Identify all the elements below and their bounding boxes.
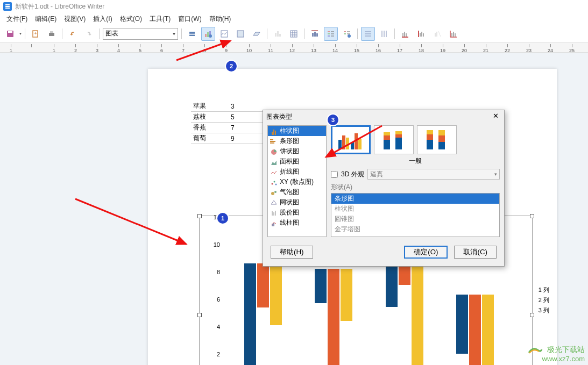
chart-area-button[interactable] xyxy=(217,27,231,41)
svg-rect-54 xyxy=(395,134,402,138)
legend-onoff-button[interactable] xyxy=(324,27,338,41)
subtype-normal[interactable] xyxy=(331,125,371,154)
shape-list[interactable]: 条形图 柱状图 圆锥图 金字塔图 xyxy=(331,193,500,237)
type-item-bubble[interactable]: 气泡图 xyxy=(268,187,326,197)
menu-file[interactable]: 文件(F) xyxy=(3,13,31,25)
svg-rect-34 xyxy=(453,32,454,37)
cancel-button[interactable]: 取消(C) xyxy=(454,246,497,259)
svg-rect-11 xyxy=(275,33,277,37)
svg-rect-28 xyxy=(420,33,421,37)
shape-item-bar[interactable]: 条形图 xyxy=(331,194,499,204)
annotation-badge-3: 3 xyxy=(328,114,338,125)
checkbox-3d[interactable] xyxy=(331,171,338,178)
chart-type-list[interactable]: 柱状图 条形图 饼状图 面积图 折线图 XY (散点图) 气泡图 网状图 股价图… xyxy=(267,125,327,237)
svg-rect-51 xyxy=(384,135,390,140)
undo-button[interactable] xyxy=(66,27,80,41)
svg-rect-49 xyxy=(358,139,362,149)
svg-rect-44 xyxy=(338,140,342,149)
close-button[interactable]: ✕ xyxy=(490,112,501,121)
type-item-xy[interactable]: XY (散点图) xyxy=(268,177,326,187)
menu-tools[interactable]: 工具(T) xyxy=(146,13,174,25)
svg-rect-15 xyxy=(312,33,314,37)
type-item-combo[interactable]: 线柱图 xyxy=(268,218,326,228)
svg-rect-14 xyxy=(291,31,297,37)
svg-point-24 xyxy=(348,34,351,38)
combo-3d-scheme[interactable]: 逼真▾ xyxy=(367,169,500,180)
svg-rect-5 xyxy=(205,34,207,37)
svg-rect-33 xyxy=(451,33,452,37)
menu-help[interactable]: 帮助(H) xyxy=(206,13,235,25)
subtype-stacked[interactable] xyxy=(374,125,414,154)
chart-legend: 1 列 2 列 3 列 xyxy=(539,284,549,317)
save-button[interactable] xyxy=(3,27,17,41)
y-axis-button[interactable] xyxy=(414,27,428,41)
separator xyxy=(25,28,25,39)
dialog-titlebar[interactable]: 图表类型 ✕ xyxy=(263,110,504,123)
svg-rect-50 xyxy=(384,140,390,149)
legend-button[interactable] xyxy=(340,27,354,41)
window-title: 新软件1.odt - LibreOffice Writer xyxy=(15,2,104,11)
shape-item-pyramid[interactable]: 金字塔图 xyxy=(331,224,499,234)
type-item-column[interactable]: 柱状图 xyxy=(268,126,326,136)
svg-rect-27 xyxy=(406,33,407,37)
shape-heading: 形状(A) xyxy=(331,183,500,192)
svg-rect-59 xyxy=(438,142,445,149)
grid-vert-button[interactable] xyxy=(377,27,391,41)
dialog-title-text: 图表类型 xyxy=(266,112,292,121)
svg-rect-12 xyxy=(277,31,279,37)
chart-wall-button[interactable] xyxy=(233,27,247,41)
window-title-bar: 新软件1.odt - LibreOffice Writer xyxy=(0,0,588,13)
menu-view[interactable]: 视图(V) xyxy=(61,13,89,25)
type-item-pie[interactable]: 饼状图 xyxy=(268,146,326,156)
menu-format[interactable]: 格式(O) xyxy=(117,13,145,25)
separator xyxy=(99,28,100,39)
data-table-button[interactable] xyxy=(287,27,301,41)
export-button[interactable] xyxy=(29,27,42,41)
subtype-preview-row xyxy=(331,125,500,154)
svg-rect-21 xyxy=(328,35,330,37)
z-axis-button[interactable] xyxy=(430,27,444,41)
style-selector-value: 图表 xyxy=(105,29,118,38)
svg-rect-23 xyxy=(344,33,346,34)
shape-item-cylinder[interactable]: 柱状图 xyxy=(331,204,499,214)
svg-rect-45 xyxy=(342,135,345,149)
menu-insert[interactable]: 插入(I) xyxy=(90,13,115,25)
shape-item-cone[interactable]: 圆锥图 xyxy=(331,214,499,224)
svg-rect-58 xyxy=(427,130,433,134)
svg-rect-55 xyxy=(395,131,402,134)
grid-horiz-button[interactable] xyxy=(361,27,375,41)
svg-rect-30 xyxy=(423,33,424,37)
type-item-stock[interactable]: 股价图 xyxy=(268,207,326,218)
redo-button[interactable] xyxy=(82,27,96,41)
separator xyxy=(181,28,182,39)
separator xyxy=(62,28,62,39)
format-chart-button[interactable] xyxy=(185,27,199,41)
svg-rect-10 xyxy=(237,31,244,37)
subtype-percent[interactable] xyxy=(417,125,457,154)
chart-floor-button[interactable] xyxy=(250,27,264,41)
menu-bar: 文件(F) 编辑(E) 视图(V) 插入(I) 格式(O) 工具(T) 窗口(W… xyxy=(0,13,588,25)
svg-point-38 xyxy=(274,181,275,182)
all-axes-button[interactable] xyxy=(447,27,461,41)
help-button[interactable]: 帮助(H) xyxy=(271,246,313,259)
chart-type-button[interactable] xyxy=(201,27,215,41)
type-item-area[interactable]: 面积图 xyxy=(268,156,326,167)
svg-rect-4 xyxy=(50,31,53,33)
style-selector[interactable]: 图表 xyxy=(103,28,178,40)
svg-rect-46 xyxy=(346,138,349,149)
svg-point-40 xyxy=(271,192,274,195)
type-item-bar[interactable]: 条形图 xyxy=(268,136,326,146)
separator xyxy=(357,28,358,39)
print-button[interactable] xyxy=(45,27,59,41)
svg-point-41 xyxy=(274,191,277,193)
x-axis-button[interactable] xyxy=(398,27,412,41)
ok-button[interactable]: 确定(O) xyxy=(404,246,448,259)
type-item-net[interactable]: 网状图 xyxy=(268,197,326,207)
data-ranges-button[interactable] xyxy=(271,27,285,41)
type-item-line[interactable]: 折线图 xyxy=(268,167,326,177)
menu-window[interactable]: 窗口(W) xyxy=(175,13,204,25)
subtype-label: 一般 xyxy=(331,156,500,166)
titles-button[interactable] xyxy=(308,27,322,41)
svg-rect-61 xyxy=(438,130,445,135)
menu-edit[interactable]: 编辑(E) xyxy=(32,13,60,25)
